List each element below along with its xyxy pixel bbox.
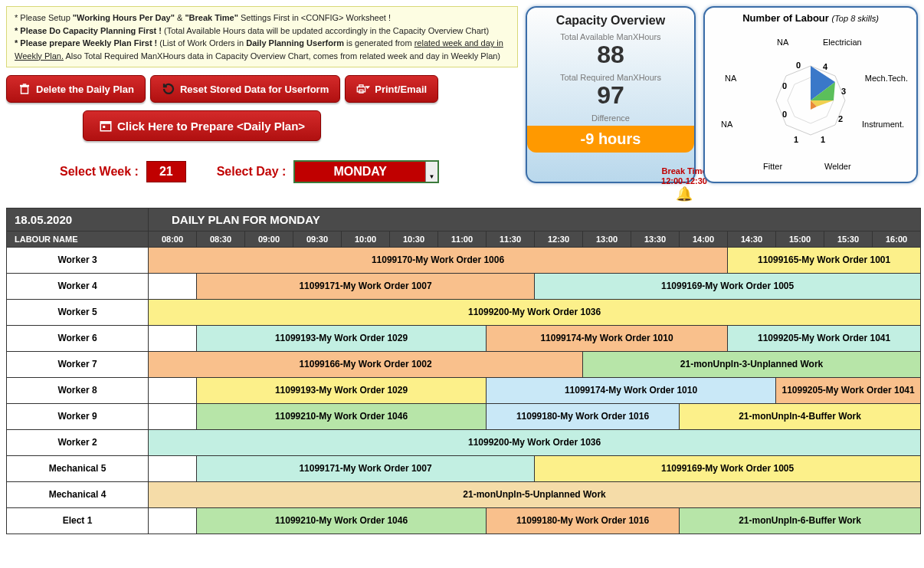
week-value[interactable]: 21 <box>146 161 186 182</box>
work-order-bar[interactable]: 11099171-My Work Order 1007 <box>197 273 535 299</box>
labour-name-cell: Worker 3 <box>7 247 149 273</box>
svg-rect-3 <box>358 87 365 91</box>
labour-name-cell: Worker 8 <box>7 377 149 403</box>
empty-cell <box>149 455 197 481</box>
work-order-bar[interactable]: 11099193-My Work Order 1029 <box>197 325 487 351</box>
time-header: 08:30 <box>197 231 245 247</box>
delete-plan-label: Delete the Daily Plan <box>36 84 134 95</box>
svg-rect-7 <box>100 122 111 124</box>
work-order-bar[interactable]: 11099200-My Work Order 1036 <box>149 299 921 325</box>
work-order-bar[interactable]: 11099166-My Work Order 1002 <box>149 351 583 377</box>
capacity-req-value: 97 <box>532 82 690 109</box>
work-order-bar[interactable]: 11099180-My Work Order 1016 <box>487 507 680 534</box>
work-order-bar[interactable]: 11099171-My Work Order 1007 <box>197 455 535 481</box>
work-order-bar[interactable]: 11099200-My Work Order 1036 <box>149 429 921 455</box>
empty-cell <box>149 377 197 403</box>
labour-name-cell: Worker 4 <box>7 273 149 299</box>
work-order-bar[interactable]: 11099165-My Work Order 1001 <box>728 247 921 273</box>
work-order-bar[interactable]: 11099174-My Work Order 1010 <box>487 325 728 351</box>
empty-cell <box>149 325 197 351</box>
labour-name-cell: Mechanical 5 <box>7 455 149 481</box>
svg-rect-0 <box>21 87 28 94</box>
work-order-bar[interactable]: 11099210-My Work Order 1046 <box>197 507 487 534</box>
trash-icon <box>18 82 31 96</box>
work-order-bar[interactable]: 21-monUnpln-5-Unplanned Work <box>149 481 921 507</box>
capacity-diff-label: Difference <box>532 113 690 123</box>
prepare-plan-button[interactable]: Click Here to Prepare <Daily Plan> <box>83 110 321 141</box>
skill-value: 0 <box>796 61 801 70</box>
work-order-bar[interactable]: 11099205-My Work Order 1041 <box>728 325 921 351</box>
labour-chart-title: Number of Labour (Top 8 skills) <box>709 12 912 24</box>
instructions-box: * Please Setup "Working Hours Per Day" &… <box>6 6 518 67</box>
time-header: 13:30 <box>631 231 680 247</box>
delete-plan-button[interactable]: Delete the Daily Plan <box>6 75 146 103</box>
skill-label: Fitter <box>763 162 782 171</box>
capacity-overview-card: Capacity Overview Total Available ManXHo… <box>526 6 696 183</box>
time-header: 15:30 <box>824 231 873 247</box>
plan-date: 18.05.2020 <box>7 208 149 231</box>
svg-rect-2 <box>23 84 27 85</box>
skill-label: NA <box>725 74 736 83</box>
work-order-bar[interactable]: 11099210-My Work Order 1046 <box>197 403 487 429</box>
gantt-row: Worker 811099193-My Work Order 102911099… <box>7 377 921 403</box>
skill-label: Mech.Tech. <box>865 74 908 83</box>
calendar-icon <box>99 119 113 133</box>
print-email-button[interactable]: Print/Email <box>345 75 438 103</box>
select-week-label: Select Week : <box>60 165 139 179</box>
gantt-row: Mechanical 421-monUnpln-5-Unplanned Work <box>7 481 921 507</box>
day-value: MONDAY <box>295 162 425 182</box>
gantt-row: Worker 411099171-My Work Order 100711099… <box>7 273 921 299</box>
empty-cell <box>149 507 197 534</box>
time-header: 12:30 <box>535 231 583 247</box>
empty-cell <box>149 403 197 429</box>
select-day-label: Select Day : <box>217 165 287 179</box>
work-order-bar[interactable]: 11099205-My Work Order 1041 <box>776 377 921 403</box>
work-order-bar[interactable]: 11099169-My Work Order 1005 <box>535 455 921 481</box>
work-order-bar[interactable]: 21-monUnpln-6-Buffer Work <box>680 507 921 534</box>
skill-value: 3 <box>841 87 846 96</box>
skill-label: Instrument. <box>862 120 904 129</box>
skill-value: 4 <box>823 62 827 71</box>
gantt-row: Elect 111099210-My Work Order 1046110991… <box>7 507 921 534</box>
skill-label: NA <box>777 38 788 47</box>
time-header: 09:30 <box>293 231 342 247</box>
refresh-icon <box>162 82 175 96</box>
work-order-bar[interactable]: 11099169-My Work Order 1005 <box>535 273 921 299</box>
printer-icon <box>356 82 370 96</box>
skill-label: Welder <box>824 162 851 171</box>
empty-cell <box>149 273 197 299</box>
capacity-diff-value: -9 hours <box>527 126 694 153</box>
svg-rect-8 <box>103 126 105 128</box>
work-order-bar[interactable]: 21-monUnpln-3-Unplanned Work <box>583 351 921 377</box>
gantt-row: Worker 311099170-My Work Order 100611099… <box>7 247 921 273</box>
chevron-down-icon[interactable]: ▼ <box>425 162 437 182</box>
radar-chart: Electrician Mech.Tech. Instrument. Welde… <box>709 24 912 177</box>
day-selector[interactable]: MONDAY ▼ <box>293 160 439 183</box>
daily-plan-gantt: 18.05.2020 DAILY PLAN FOR MONDAY LABOUR … <box>6 208 921 534</box>
work-order-bar[interactable]: 11099170-My Work Order 1006 <box>149 247 728 273</box>
prepare-plan-label: Click Here to Prepare <Daily Plan> <box>117 120 305 133</box>
labour-name-header: LABOUR NAME <box>7 231 149 247</box>
reset-data-button[interactable]: Reset Stored Data for Userform <box>150 75 340 103</box>
bell-icon: 🔔 <box>444 186 924 203</box>
labour-name-cell: Worker 7 <box>7 351 149 377</box>
labour-name-cell: Worker 5 <box>7 299 149 325</box>
work-order-bar[interactable]: 11099180-My Work Order 1016 <box>487 403 680 429</box>
time-header: 09:00 <box>245 231 293 247</box>
labour-name-cell: Elect 1 <box>7 507 149 534</box>
time-header: 10:00 <box>342 231 390 247</box>
capacity-avail-value: 88 <box>532 41 690 68</box>
skill-value: 2 <box>838 114 843 123</box>
gantt-row: Worker 511099200-My Work Order 1036 <box>7 299 921 325</box>
skill-value: 1 <box>821 135 825 144</box>
work-order-bar[interactable]: 21-monUnpln-4-Buffer Work <box>680 403 921 429</box>
skill-value: 0 <box>782 110 787 119</box>
labour-name-cell: Worker 2 <box>7 429 149 455</box>
plan-title: DAILY PLAN FOR MONDAY <box>149 208 921 231</box>
work-order-bar[interactable]: 11099193-My Work Order 1029 <box>197 377 487 403</box>
time-header: 08:00 <box>149 231 197 247</box>
time-header: 10:30 <box>390 231 438 247</box>
time-header: 11:30 <box>487 231 535 247</box>
time-header: 16:00 <box>873 231 921 247</box>
work-order-bar[interactable]: 11099174-My Work Order 1010 <box>487 377 776 403</box>
